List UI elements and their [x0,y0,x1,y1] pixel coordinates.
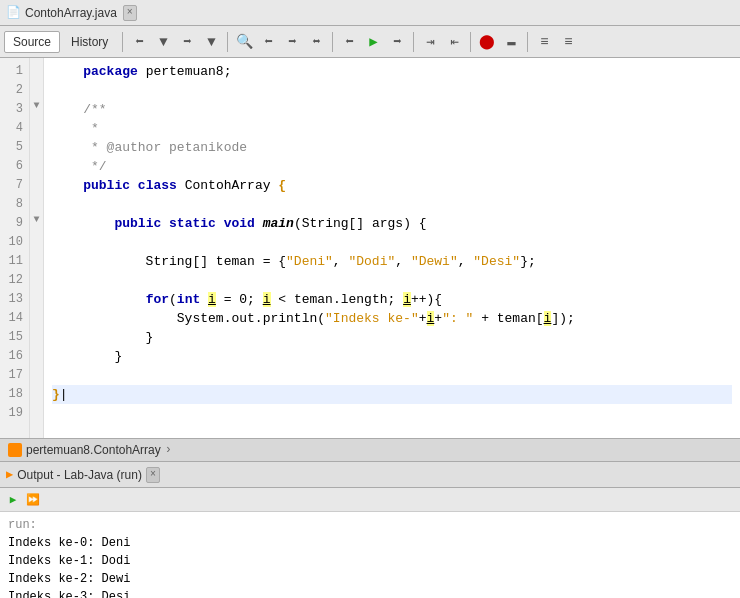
fold-14 [30,305,43,324]
fold-6 [30,153,43,172]
fold-19 [30,400,43,419]
code-line-13: for(int i = 0; i < teman.length; i++){ [52,290,732,309]
code-line-12 [52,271,732,290]
code-line-1: package pertemuan8; [52,62,732,81]
fold-4 [30,115,43,134]
code-line-17 [52,366,732,385]
minimize-icon[interactable]: ▬ [500,31,522,53]
code-line-8 [52,195,732,214]
toolbar-separator-1 [122,32,123,52]
toolbar-separator-5 [470,32,471,52]
search-next-icon[interactable]: ➡ [281,31,303,53]
nav-dropdown-icon[interactable]: ▼ [152,31,174,53]
code-line-19 [52,404,732,423]
output-line-4: Indeks ke-3: Desi [8,588,732,598]
fold-5 [30,134,43,153]
bottom-section: ▶ Output - Lab-Java (run) × ▶ ⏩ run: Ind… [0,462,740,598]
toolbar-separator-6 [527,32,528,52]
title-bar: 📄 ContohArray.java × [0,0,740,26]
fold-13 [30,286,43,305]
code-line-5: * @author petanikode [52,138,732,157]
code-line-9: public static void main(String[] args) { [52,214,732,233]
fold-15 [30,324,43,343]
history-tab[interactable]: History [62,31,117,53]
code-line-15: } [52,328,732,347]
stop-icon[interactable]: ⬤ [476,31,498,53]
run-step-icon[interactable]: ⏩ [24,491,42,509]
output-icon: ▶ [6,467,13,482]
code-line-3: /** [52,100,732,119]
code-area[interactable]: package pertemuan8; /** * * @author peta… [44,58,740,438]
fold-18 [30,381,43,400]
code-line-2 [52,81,732,100]
code-line-14: System.out.println("Indeks ke-"+i+": " +… [52,309,732,328]
extra2-icon[interactable]: ≡ [557,31,579,53]
run-next-icon[interactable]: ➡ [386,31,408,53]
line-numbers: 12345 678910 1112131415 16171819 [0,58,30,438]
file-icon: 📄 [6,5,21,20]
toolbar-separator-3 [332,32,333,52]
nav-forward-icon[interactable]: ➡ [176,31,198,53]
nav-back-icon[interactable]: ⬅ [128,31,150,53]
toolbar-separator-2 [227,32,228,52]
fold-8 [30,191,43,210]
fold-area: ▼ ▼ [30,58,44,438]
breadcrumb-arrow: › [165,443,172,457]
breadcrumb-path: pertemuan8.ContohArray [26,443,161,457]
run-play-icon[interactable]: ▶ [4,491,22,509]
fold-9[interactable]: ▼ [30,210,43,229]
code-line-7: public class ContohArray { [52,176,732,195]
output-close[interactable]: × [146,467,160,483]
breadcrumb-bar: pertemuan8.ContohArray › [0,438,740,462]
code-line-11: String[] teman = {"Deni", "Dodi", "Dewi"… [52,252,732,271]
fold-2 [30,77,43,96]
fold-10 [30,229,43,248]
output-line-run: run: [8,516,732,534]
toolbar: Source History ⬅ ▼ ➡ ▼ 🔍 ⬅ ➡ ⬌ ⬅ ▶ ➡ ⇥ ⇤… [0,26,740,58]
search-prev-icon[interactable]: ⬅ [257,31,279,53]
fold-12 [30,267,43,286]
code-line-18: }| [52,385,732,404]
fold-11 [30,248,43,267]
code-line-10 [52,233,732,252]
toolbar-separator-4 [413,32,414,52]
fold-17 [30,362,43,381]
extra1-icon[interactable]: ≡ [533,31,555,53]
output-line-1: Indeks ke-0: Deni [8,534,732,552]
run-prev-icon[interactable]: ⬅ [338,31,360,53]
output-header: ▶ Output - Lab-Java (run) × [0,462,740,488]
code-line-6: */ [52,157,732,176]
file-title: ContohArray.java [25,6,117,20]
output-title: Output - Lab-Java (run) [17,468,142,482]
format2-icon[interactable]: ⇤ [443,31,465,53]
output-content: run: Indeks ke-0: Deni Indeks ke-1: Dodi… [0,512,740,598]
toggle-icon[interactable]: ⬌ [305,31,327,53]
fold-16 [30,343,43,362]
search-icon[interactable]: 🔍 [233,31,255,53]
file-tab-close[interactable]: × [123,5,137,21]
output-line-3: Indeks ke-2: Dewi [8,570,732,588]
output-toolbar: ▶ ⏩ [0,488,740,512]
editor-container: 12345 678910 1112131415 16171819 ▼ ▼ pac… [0,58,740,438]
run-icon[interactable]: ▶ [362,31,384,53]
code-line-4: * [52,119,732,138]
fold-3[interactable]: ▼ [30,96,43,115]
output-line-2: Indeks ke-1: Dodi [8,552,732,570]
breadcrumb-icon [8,443,22,457]
fold-1 [30,58,43,77]
fold-7 [30,172,43,191]
format-icon[interactable]: ⇥ [419,31,441,53]
nav-dropdown2-icon[interactable]: ▼ [200,31,222,53]
code-line-16: } [52,347,732,366]
source-tab[interactable]: Source [4,31,60,53]
